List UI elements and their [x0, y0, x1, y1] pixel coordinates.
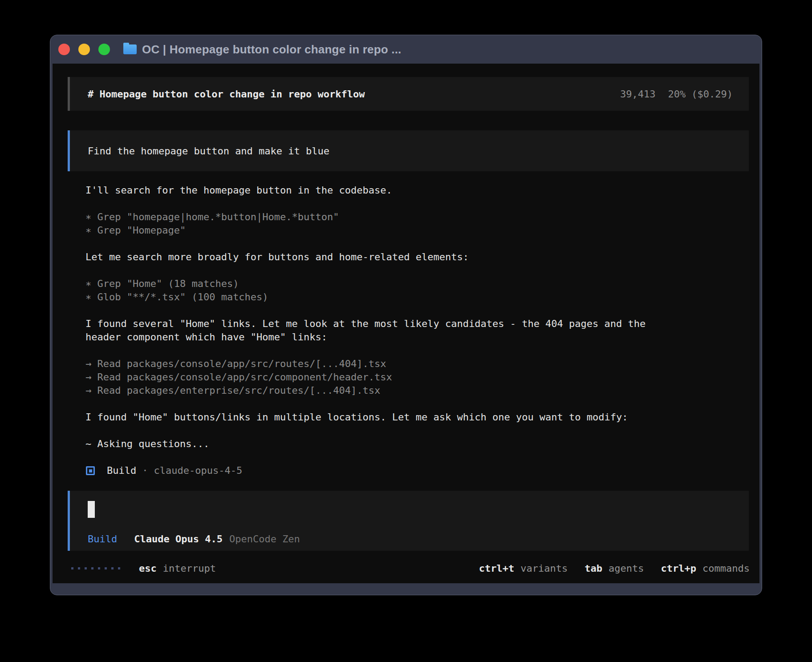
- agent-task-model: claude-opus-4-5: [154, 464, 242, 477]
- activity-dots: [71, 567, 120, 569]
- activity-dot: [111, 567, 114, 569]
- user-message: Find the homepage button and make it blu…: [68, 130, 749, 171]
- keyboard-hint-agents: tabagents: [585, 563, 644, 574]
- transcript-blank-line: [85, 424, 753, 437]
- agent-badge-icon: [86, 466, 95, 475]
- agent-task-line: Build·claude-opus-4-5: [85, 464, 753, 477]
- assistant-text-line: ~ Asking questions...: [85, 437, 753, 451]
- close-button[interactable]: [58, 44, 70, 55]
- session-header: # Homepage button color change in repo w…: [68, 77, 749, 111]
- assistant-text-line: I found several "Home" links. Let me loo…: [85, 317, 753, 331]
- separator-dot: ·: [142, 464, 148, 477]
- provider-name: OpenCode Zen: [229, 533, 300, 545]
- desktop-background: OC | Homepage button color change in rep…: [0, 0, 812, 662]
- traffic-lights: [58, 44, 110, 55]
- assistant-transcript: I'll search for the homepage button in t…: [85, 184, 753, 477]
- tool-call-line: → Read packages/console/app/src/routes/[…: [85, 357, 753, 371]
- tool-call-line: → Read packages/console/app/src/componen…: [85, 371, 753, 384]
- activity-dot: [91, 567, 93, 569]
- hint-label: interrupt: [163, 563, 216, 574]
- tool-call-line: ∗ Glob "**/*.tsx" (100 matches): [85, 291, 753, 304]
- footer-right: ctrl+tvariantstabagentsctrl+pcommands: [479, 563, 750, 574]
- assistant-text-line: I found "Home" buttons/links in multiple…: [85, 411, 753, 424]
- hint-key: ctrl+t: [479, 563, 514, 574]
- transcript-blank-line: [85, 397, 753, 411]
- activity-dot: [105, 567, 107, 569]
- assistant-text-line: Let me search more broadly for buttons a…: [85, 250, 753, 264]
- context-usage: 20%: [668, 89, 686, 100]
- activity-dot: [118, 567, 120, 569]
- transcript-blank-line: [85, 451, 753, 464]
- hint-label: variants: [520, 563, 568, 574]
- prompt-status-line: Build Claude Opus 4.5 OpenCode Zen: [88, 533, 300, 545]
- folder-icon: [123, 44, 137, 54]
- hint-label: commands: [702, 563, 750, 574]
- transcript-blank-line: [85, 264, 753, 277]
- footer-bar: escinterrupt ctrl+tvariantstabagentsctrl…: [71, 561, 750, 576]
- keyboard-hint-interrupt: escinterrupt: [139, 563, 216, 574]
- tool-call-line: ∗ Grep "Homepage": [85, 224, 753, 237]
- hint-key: tab: [585, 563, 602, 574]
- activity-dot: [85, 567, 87, 569]
- token-count: 39,413: [620, 89, 655, 100]
- agent-task-name: Build: [107, 464, 136, 477]
- footer-left: escinterrupt: [71, 563, 216, 574]
- terminal-window: OC | Homepage button color change in rep…: [50, 35, 762, 595]
- transcript-blank-line: [85, 197, 753, 210]
- hint-label: agents: [609, 563, 644, 574]
- prompt-input[interactable]: Build Claude Opus 4.5 OpenCode Zen: [68, 491, 749, 551]
- activity-dot: [98, 567, 100, 569]
- keyboard-hint-commands: ctrl+pcommands: [661, 563, 750, 574]
- activity-dot: [71, 567, 73, 569]
- terminal-content: # Homepage button color change in repo w…: [53, 64, 759, 583]
- hint-key: ctrl+p: [661, 563, 696, 574]
- tool-call-line: ∗ Grep "homepage|home.*button|Home.*butt…: [85, 210, 753, 224]
- agent-name[interactable]: Build: [88, 533, 117, 545]
- zoom-button[interactable]: [98, 44, 110, 55]
- minimize-button[interactable]: [78, 44, 90, 55]
- model-name[interactable]: Claude Opus 4.5: [134, 533, 223, 545]
- text-cursor: [88, 501, 95, 518]
- session-cost: ($0.29): [691, 89, 733, 100]
- tool-call-line: → Read packages/enterprise/src/routes/[.…: [85, 384, 753, 397]
- hint-key: esc: [139, 563, 157, 574]
- assistant-text-line: I'll search for the homepage button in t…: [85, 184, 753, 197]
- window-titlebar[interactable]: OC | Homepage button color change in rep…: [50, 35, 762, 64]
- user-message-text: Find the homepage button and make it blu…: [88, 145, 329, 157]
- transcript-blank-line: [85, 237, 753, 250]
- window-title: OC | Homepage button color change in rep…: [142, 43, 402, 57]
- transcript-blank-line: [85, 304, 753, 317]
- keyboard-hint-variants: ctrl+tvariants: [479, 563, 568, 574]
- transcript-blank-line: [85, 344, 753, 357]
- session-metrics: 39,41320%($0.29): [561, 77, 733, 111]
- assistant-text-line: header component which have "Home" links…: [85, 331, 753, 344]
- session-title: # Homepage button color change in repo w…: [88, 89, 365, 100]
- activity-dot: [78, 567, 80, 569]
- tool-call-line: ∗ Grep "Home" (18 matches): [85, 277, 753, 291]
